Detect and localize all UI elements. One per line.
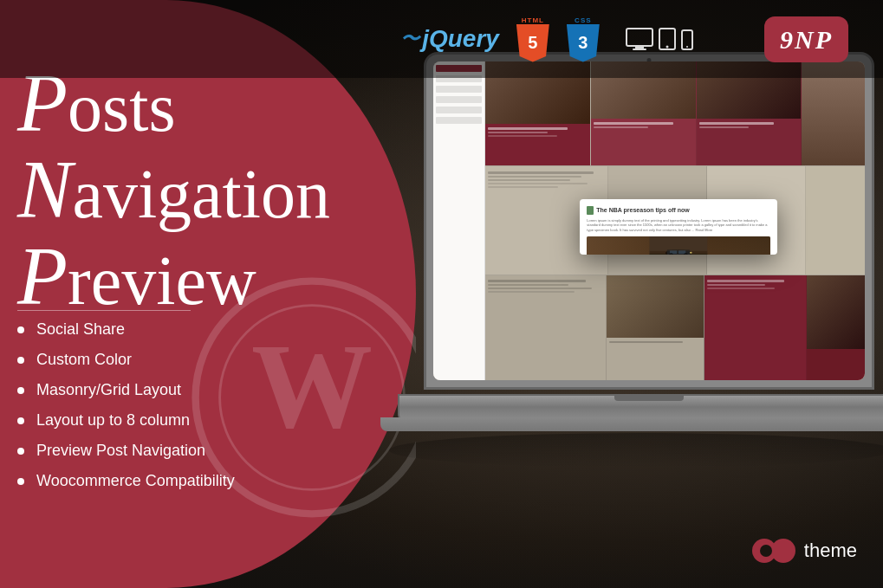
- css3-badge: 3: [567, 24, 600, 62]
- feature-label: Preview Post Navigation: [36, 442, 205, 460]
- text-line: [488, 135, 557, 137]
- title-line-3: Preview: [17, 234, 330, 320]
- sidebar-item: [436, 96, 482, 103]
- grid-row-2: The NBA preseason tips off now Lorem ips…: [485, 166, 865, 275]
- list-item: Layout up to 8 column: [17, 411, 235, 430]
- features-list: Social Share Custom Color Masonry/Grid L…: [17, 320, 235, 502]
- feature-label: Masonry/Grid Layout: [36, 381, 181, 399]
- theme-logo-icon: [752, 535, 795, 566]
- svg-rect-0: [627, 29, 653, 46]
- text-line: [488, 186, 558, 188]
- monitor-icon: [626, 28, 653, 50]
- bullet-icon: [17, 387, 24, 394]
- list-item: Masonry/Grid Layout: [17, 381, 235, 399]
- blog-grid: The NBA preseason tips off now Lorem ips…: [433, 61, 865, 380]
- doc-icon: [587, 206, 594, 215]
- svg-point-6: [686, 46, 688, 48]
- popup-image: [587, 236, 770, 255]
- text-line: [699, 126, 749, 128]
- text-line: [488, 183, 588, 184]
- text-line: [707, 284, 765, 286]
- text-line: [488, 291, 575, 293]
- laptop-screen: The NBA preseason tips off now Lorem ips…: [433, 61, 865, 380]
- title-prev-big: P: [17, 230, 68, 322]
- svg-rect-2: [633, 48, 646, 50]
- text-line: [707, 288, 775, 289]
- cell-text: [485, 124, 590, 165]
- tech-logos: 〜 jQuery HTML 5 CSS 3: [400, 16, 693, 62]
- popup-title: The NBA preseason tips off now: [587, 206, 770, 215]
- grid-cell: [807, 275, 865, 380]
- phone-icon: [681, 29, 693, 50]
- jquery-label: jQuery: [422, 25, 499, 53]
- laptop-shadow: [389, 433, 883, 468]
- grid-cell: [607, 275, 704, 380]
- text-line: [594, 122, 673, 125]
- html5-super-label: HTML: [522, 16, 544, 24]
- svg-rect-22: [650, 236, 708, 251]
- grid-cell: [485, 275, 607, 380]
- feature-label: Woocommerce Compatibility: [36, 472, 235, 490]
- title-section: Posts Navigation Preview: [17, 61, 330, 320]
- feature-label: Social Share: [36, 320, 125, 339]
- text-line: [488, 132, 548, 133]
- laptop-base: [398, 394, 883, 420]
- responsive-icons: [626, 28, 693, 50]
- tablet-icon: [659, 28, 676, 50]
- grid-cell: [806, 166, 865, 274]
- css3-badge-container: CSS 3: [567, 16, 600, 62]
- text-line: [488, 127, 568, 130]
- html5-version: 5: [528, 33, 537, 53]
- laptop-hinge: [614, 396, 684, 401]
- car-illustration: [587, 236, 770, 255]
- cell-text: [697, 119, 802, 165]
- logo-circle-right: [771, 539, 795, 563]
- grid-cell: [704, 275, 807, 380]
- svg-rect-1: [635, 47, 644, 48]
- screen-sidebar: [433, 61, 485, 380]
- text-line: [488, 280, 587, 282]
- logo-center-mask: [760, 545, 772, 557]
- list-item: Social Share: [17, 320, 235, 339]
- title-prev-rest: review: [68, 242, 256, 319]
- title-n-big: N: [17, 144, 72, 236]
- main-content-area: The NBA preseason tips off now Lorem ips…: [485, 61, 865, 380]
- pnp-logo: 9NP: [764, 16, 848, 62]
- text-line: [488, 171, 594, 174]
- sidebar-item: [436, 117, 482, 124]
- css3-version: 3: [578, 33, 588, 53]
- title-n-rest: avigation: [72, 156, 330, 232]
- bullet-icon: [17, 326, 24, 333]
- grid-row-3: [485, 275, 865, 380]
- theme-label: theme: [804, 540, 857, 562]
- svg-point-4: [665, 46, 668, 48]
- laptop-screen-bezel: The NBA preseason tips off now Lorem ips…: [424, 52, 874, 390]
- list-item: Preview Post Navigation: [17, 442, 235, 460]
- popup-body: Lorem ipsum is simply dummy text of the …: [587, 218, 770, 233]
- text-line: [609, 341, 682, 343]
- html5-badge-container: HTML 5: [516, 16, 549, 62]
- popup-card: The NBA preseason tips off now Lorem ips…: [580, 199, 777, 255]
- text-line: [488, 176, 581, 178]
- jquery-logo: 〜 jQuery: [400, 25, 499, 53]
- feature-label: Layout up to 8 column: [36, 411, 190, 430]
- section-divider: [17, 310, 191, 311]
- cell-image: [807, 275, 865, 349]
- text-line: [488, 288, 592, 289]
- sidebar-item: [436, 86, 482, 93]
- title-line-2: Navigation: [17, 147, 330, 234]
- html5-badge: 5: [516, 24, 549, 62]
- bullet-icon: [17, 417, 24, 424]
- laptop-bottom: [380, 417, 883, 431]
- title-p-rest: osts: [68, 69, 176, 145]
- cell-image: [607, 275, 703, 339]
- css3-super-label: CSS: [575, 16, 591, 24]
- svg-point-21: [690, 252, 692, 254]
- text-line: [707, 280, 784, 282]
- laptop-mockup: The NBA preseason tips off now Lorem ips…: [372, 52, 883, 537]
- text-line: [594, 126, 648, 128]
- list-item: Woocommerce Compatibility: [17, 472, 235, 490]
- theme-brand: theme: [752, 535, 857, 566]
- cell-text: [591, 119, 696, 165]
- left-section: W Posts Navigation Preview Social Share …: [0, 0, 416, 588]
